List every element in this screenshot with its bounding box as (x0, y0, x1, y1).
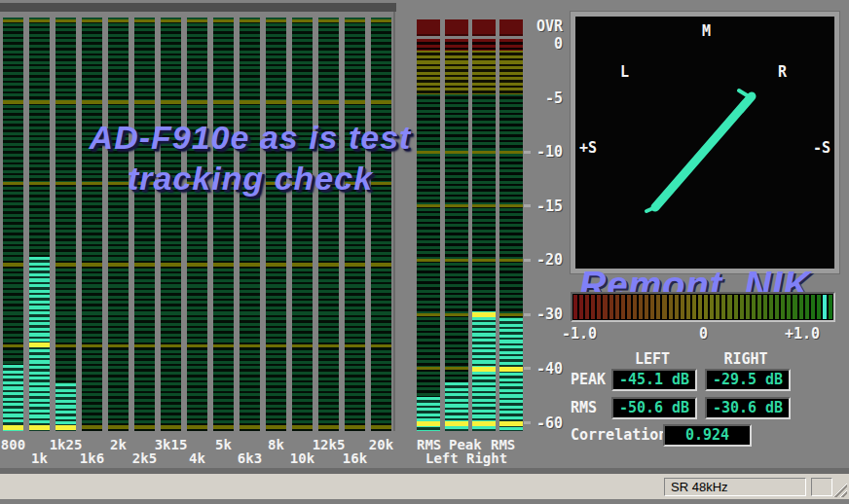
meter-ref-row (445, 367, 468, 370)
freq-label-3k15: 3k15 (155, 437, 188, 452)
correlation-segment (633, 295, 637, 319)
spectrum-band-2k5 (134, 18, 155, 431)
meter-ref-row (445, 313, 468, 316)
meter-ovr-rms-left (417, 19, 440, 36)
freq-label-12k5: 12k5 (313, 437, 346, 452)
correlation-segment (656, 295, 660, 319)
meter-label-left: Left (425, 450, 459, 466)
freq-label-2k5: 2k5 (132, 450, 157, 466)
spectrum-band-10k (292, 18, 313, 431)
meter-ref-row (472, 204, 496, 207)
spectrum-band-800 (3, 18, 23, 431)
scale-tick (524, 313, 531, 316)
correlation-segment (698, 295, 702, 319)
correlation-segment (692, 295, 696, 319)
freq-label-4k: 4k (189, 450, 205, 466)
spectrum-ref-rows (318, 19, 339, 431)
spectrum-ref-rows (82, 19, 102, 431)
correlation-segment (681, 295, 684, 319)
freq-label-1k25: 1k25 (50, 437, 83, 452)
peak-left-value: -45.1 dB (611, 369, 697, 391)
freq-label-10k: 10k (290, 450, 314, 466)
spectrum-band-8k (266, 18, 286, 431)
correlation-segment (609, 295, 613, 319)
statusbar-samplerate-panel: SR 48kHz (664, 478, 806, 496)
corr-mid-label: 0 (699, 325, 708, 342)
meter-ovr-peak-left (445, 19, 468, 36)
meter-bar-rms-left (417, 39, 440, 431)
scale-tick (524, 259, 531, 262)
correlation-label: Correlation (571, 426, 667, 444)
correlation-segment (662, 295, 666, 319)
correlation-segment (805, 295, 809, 319)
correlation-segment (727, 295, 731, 319)
correlation-segment (811, 295, 815, 319)
correlation-segment (763, 295, 767, 319)
scale-label-ovr: OVR (524, 18, 563, 35)
correlation-segment (650, 295, 654, 319)
correlation-segment (781, 295, 785, 319)
freq-label-6k3: 6k3 (238, 450, 262, 466)
meter-ref-row (445, 204, 468, 207)
meter-peak-mark (472, 312, 496, 317)
spectrum-ref-rows (292, 19, 313, 431)
correlation-segment (704, 295, 708, 319)
spectrum-ref-rows (134, 19, 155, 431)
correlation-value: 0.924 (663, 424, 752, 447)
correlation-segment (829, 295, 832, 319)
correlation-segment (734, 295, 738, 319)
meter-ref-row (472, 151, 496, 154)
meter-scale: OVR0-5-10-15-20-30-40-60 (516, 0, 574, 448)
correlation-segment (669, 295, 673, 319)
scale-label--5: -5 (524, 90, 563, 107)
spectrum-ref-rows (240, 19, 260, 431)
freq-label-20k: 20k (369, 437, 393, 452)
meter-label-right: Right (466, 450, 507, 466)
corr-max-label: +1.0 (785, 325, 820, 342)
spectrum-ref-rows (345, 19, 365, 431)
level-meters: RMSPeakRMSLeftRight (414, 0, 531, 477)
spectrum-band-6k3 (240, 18, 260, 431)
correlation-segment (686, 295, 690, 319)
freq-label-2k: 2k (110, 437, 127, 452)
spectrum-ref-rows (213, 19, 234, 431)
meter-peak-mark (472, 367, 496, 372)
spectrum-band-2k (108, 18, 129, 431)
meter-peak-mark (417, 421, 440, 426)
correlation-segment (621, 295, 625, 319)
spectrum-ref-rows (55, 19, 76, 431)
correlation-segment (710, 295, 714, 319)
correlation-meter (571, 292, 835, 322)
correlation-segment (615, 295, 619, 319)
freq-label-16k: 16k (343, 450, 367, 466)
spectrum-band-12k5 (318, 18, 339, 431)
correlation-segment (757, 295, 761, 319)
spectrum-bar-lit (55, 383, 76, 431)
correlation-segment (597, 295, 601, 319)
spectrum-ref-rows (161, 19, 181, 431)
goniometer-trace (575, 17, 834, 269)
meter-ref-row (445, 259, 468, 262)
meter-ref-row (445, 151, 468, 154)
rms-row-label: RMS (571, 399, 597, 416)
resize-grip-icon[interactable] (833, 483, 847, 497)
spectrum-bar-lit (3, 365, 23, 431)
correlation-segment (585, 295, 589, 319)
spectrum-band-20k (371, 18, 391, 431)
meter-ovr-peak-right (472, 19, 496, 36)
meter-ref-row (417, 367, 440, 370)
scale-tick (524, 367, 531, 370)
scale-tick (524, 151, 531, 154)
freq-label-5k: 5k (215, 437, 232, 452)
spectrum-band-1k (29, 18, 50, 431)
scale-label-0: 0 (524, 35, 563, 53)
spectrum-panel (0, 0, 396, 436)
meter-bar-peak-left (445, 39, 468, 431)
freq-label-8k: 8k (268, 437, 284, 452)
scale-tick (524, 204, 531, 207)
correlation-segment (721, 295, 725, 319)
meter-peak-mark (445, 421, 468, 426)
corr-min-label: -1.0 (562, 325, 597, 342)
goniometer-panel: M L R +S -S (571, 12, 839, 273)
freq-label-1k: 1k (31, 450, 48, 466)
